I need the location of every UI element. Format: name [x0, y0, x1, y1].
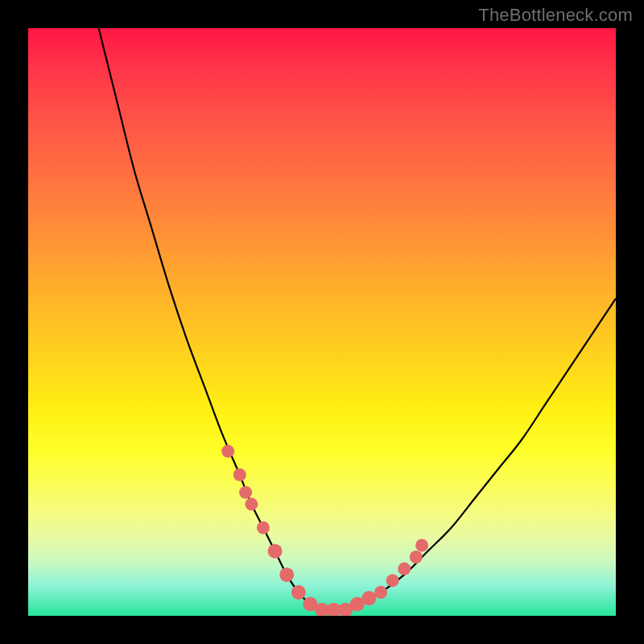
marker-point: [239, 486, 252, 499]
marker-point: [279, 568, 294, 582]
watermark-text: TheBottleneck.com: [478, 5, 633, 26]
marker-point: [233, 469, 246, 481]
marker-point: [291, 585, 306, 600]
marker-point: [221, 445, 234, 458]
marker-point: [415, 539, 428, 551]
marker-point: [410, 551, 423, 564]
marker-point: [374, 586, 387, 599]
marker-point: [386, 574, 399, 587]
plot-area: [28, 28, 616, 616]
bottleneck-curve: [99, 28, 616, 610]
curve-layer: [28, 28, 616, 616]
chart-frame: TheBottleneck.com: [0, 0, 644, 644]
marker-point: [268, 544, 283, 559]
marker-point: [398, 563, 411, 576]
marker-point: [257, 522, 270, 535]
marker-group: [221, 445, 428, 616]
marker-point: [245, 497, 258, 510]
marker-point: [361, 591, 376, 605]
